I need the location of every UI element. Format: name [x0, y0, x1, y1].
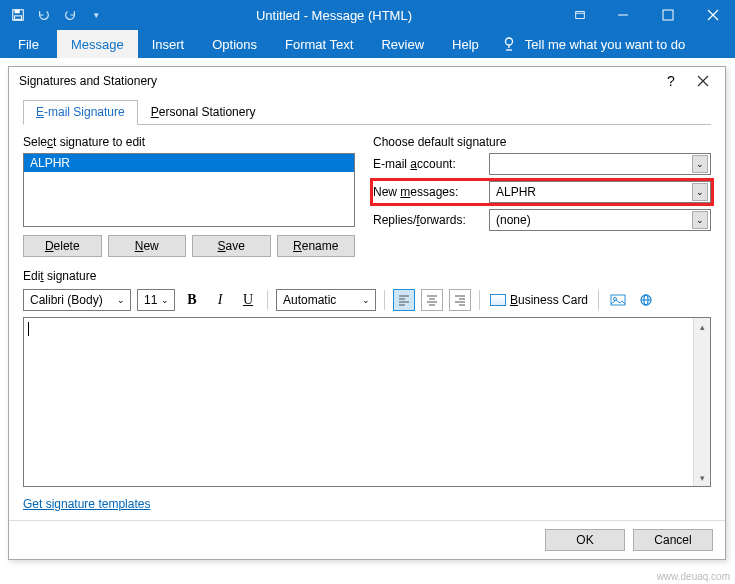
rename-button[interactable]: Rename	[277, 235, 356, 257]
separator	[384, 290, 385, 310]
save-icon[interactable]	[6, 3, 30, 27]
new-messages-value: ALPHR	[496, 185, 692, 199]
font-family-select[interactable]: Calibri (Body) ⌄	[23, 289, 131, 311]
signature-list[interactable]: ALPHR	[23, 153, 355, 227]
insert-hyperlink-button[interactable]	[635, 289, 657, 311]
replies-forwards-dropdown[interactable]: (none) ⌄	[489, 209, 711, 231]
help-icon[interactable]: ?	[655, 69, 687, 93]
svg-rect-2	[15, 16, 22, 20]
cancel-button[interactable]: Cancel	[633, 529, 713, 551]
chevron-down-icon: ⌄	[114, 295, 128, 305]
undo-icon[interactable]	[32, 3, 56, 27]
ok-button[interactable]: OK	[545, 529, 625, 551]
delete-button[interactable]: Delete	[23, 235, 102, 257]
align-center-button[interactable]	[421, 289, 443, 311]
scrollbar[interactable]: ▴ ▾	[693, 318, 710, 486]
new-messages-dropdown[interactable]: ALPHR ⌄	[489, 181, 711, 203]
tab-options[interactable]: Options	[198, 30, 271, 58]
tab-file[interactable]: File	[0, 30, 57, 58]
qat-customize-icon[interactable]: ▾	[84, 3, 108, 27]
separator	[479, 290, 480, 310]
svg-rect-1	[15, 10, 20, 14]
close-icon[interactable]	[690, 0, 735, 30]
business-card-button[interactable]: Business Card	[488, 289, 590, 311]
insert-picture-button[interactable]	[607, 289, 629, 311]
email-account-dropdown[interactable]: ⌄	[489, 153, 711, 175]
font-size-select[interactable]: 11 ⌄	[137, 289, 175, 311]
chevron-down-icon: ⌄	[692, 155, 708, 173]
scroll-down-icon[interactable]: ▾	[694, 469, 710, 486]
new-button[interactable]: New	[108, 235, 187, 257]
scroll-up-icon[interactable]: ▴	[694, 318, 710, 335]
svg-rect-3	[576, 12, 585, 19]
choose-default-label: Choose default signature	[373, 135, 711, 149]
bold-button[interactable]: B	[181, 289, 203, 311]
signatures-dialog: Signatures and Stationery ? E-mail Signa…	[8, 66, 726, 560]
redo-icon[interactable]	[58, 3, 82, 27]
new-messages-label: New messages:	[373, 185, 489, 199]
tab-email-signature[interactable]: E-mail Signature	[23, 100, 138, 125]
dialog-title: Signatures and Stationery	[19, 74, 157, 88]
dialog-close-icon[interactable]	[687, 69, 719, 93]
tell-me-label: Tell me what you want to do	[525, 37, 685, 52]
signature-list-item[interactable]: ALPHR	[24, 154, 354, 172]
italic-button[interactable]: I	[209, 289, 231, 311]
underline-button[interactable]: U	[237, 289, 259, 311]
ribbon-display-icon[interactable]	[560, 0, 600, 30]
svg-rect-23	[611, 295, 625, 305]
separator	[598, 290, 599, 310]
align-right-button[interactable]	[449, 289, 471, 311]
tab-format-text[interactable]: Format Text	[271, 30, 367, 58]
chevron-down-icon: ⌄	[359, 295, 373, 305]
edit-signature-label: Edit signature	[23, 269, 711, 283]
align-left-button[interactable]	[393, 289, 415, 311]
select-signature-label: Select signature to edit	[23, 135, 355, 149]
chevron-down-icon: ⌄	[158, 295, 172, 305]
save-button[interactable]: Save	[192, 235, 271, 257]
chevron-down-icon: ⌄	[692, 183, 708, 201]
tab-personal-stationery[interactable]: Personal Stationery	[138, 100, 269, 125]
tab-help[interactable]: Help	[438, 30, 493, 58]
replies-forwards-label: Replies/forwards:	[373, 213, 489, 227]
separator	[267, 290, 268, 310]
signature-editor[interactable]: ▴ ▾	[23, 317, 711, 487]
watermark: www.deuaq.com	[657, 571, 730, 582]
font-color-select[interactable]: Automatic ⌄	[276, 289, 376, 311]
svg-rect-5	[663, 10, 673, 20]
tab-review[interactable]: Review	[367, 30, 438, 58]
email-account-label: E-mail account:	[373, 157, 489, 171]
tell-me-input[interactable]: Tell me what you want to do	[501, 30, 685, 58]
svg-point-8	[505, 38, 512, 45]
get-templates-link[interactable]: Get signature templates	[23, 497, 150, 511]
tab-message[interactable]: Message	[57, 30, 138, 58]
replies-forwards-value: (none)	[496, 213, 692, 227]
tab-insert[interactable]: Insert	[138, 30, 199, 58]
window-title: Untitled - Message (HTML)	[108, 8, 560, 23]
chevron-down-icon: ⌄	[692, 211, 708, 229]
business-card-icon	[490, 294, 506, 306]
text-cursor	[28, 322, 29, 336]
minimize-icon[interactable]	[600, 0, 645, 30]
maximize-icon[interactable]	[645, 0, 690, 30]
